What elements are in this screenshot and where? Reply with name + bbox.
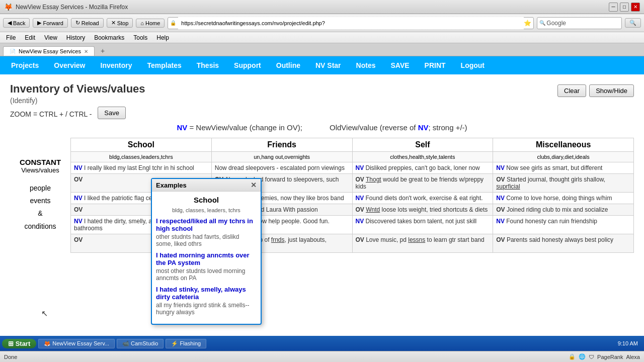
tab-close-icon[interactable]: ✕ [84,49,88,54]
firefox-icon: 🦊 [44,340,51,346]
menu-tools[interactable]: Tools [129,33,151,42]
cursor-arrow: ↖ [41,309,48,318]
back-button[interactable]: ◀ Back [3,18,30,28]
cell-self-1-ov: OV Thogt would be great to be friends w/… [352,174,493,193]
nav-menu: Projects Overview Inventory Templates Th… [0,56,644,74]
popup-close-icon[interactable]: ✕ [251,181,257,189]
examples-popup: Examples ✕ School bldg, classes, leaders… [151,178,262,325]
popup-entry-2-ov: most other studnts loved morning anncmts… [156,267,257,282]
close-button[interactable]: ✕ [631,3,640,12]
main-table-area: CONSTANT Views/values peopleevents&condi… [10,138,634,253]
views-label: Views/values [10,166,70,174]
menu-help[interactable]: Help [152,33,173,42]
popup-subheader: bldg, classes, leaders, tchrs [156,207,257,213]
nv-equation: NV = NewView/value (change in OV); OldVi… [10,123,634,132]
nav-projects[interactable]: Projects [4,58,46,72]
tab-bar: 📄 NewView Essay Services ✕ + [0,43,644,56]
page-title: Inventory of Views/values [10,82,634,96]
constant-label: CONSTANT [10,158,70,166]
table-row: NV I really liked my last Engl tchr in h… [71,162,634,174]
google-search[interactable] [569,20,619,26]
page-subtitle: (Identify) [10,97,634,105]
cell-misc-3-nv: NV Found honesty can ruin friendship [493,216,634,234]
subheader-self: clothes,health,style,talents [352,152,493,162]
home-button[interactable]: ⌂ Home [136,19,165,28]
forward-button[interactable]: ▶ Forward [33,18,67,28]
nav-print[interactable]: PRINT [418,58,453,72]
taskbar: ⊞ Start 🦊 NewView Essay Serv... 📹 CamStu… [0,336,644,351]
cell-friends-1-nv: Now dread sleepovers - escalated porn vi… [211,162,352,174]
cell-misc-1-ov: OV Started journal, thought girls shallo… [493,174,634,193]
taskbar-item-flashing[interactable]: ⚡ Flashing [166,339,206,348]
window-title: NewView Essay Services - Mozilla Firefox [16,4,609,11]
popup-entry-1-ov: other studnts had favrts, dislikd some, … [156,233,257,247]
browser-toolbar: ◀ Back ▶ Forward ↻ Reload ✕ Stop ⌂ Home … [0,14,644,32]
nav-nvstar[interactable]: NV Star [308,58,348,72]
subheader-misc: clubs,diary,diet,ideals [493,152,634,162]
search-btn[interactable]: 🔍 [625,18,641,28]
popup-entry-3-ov: all my friends ignrd stink & smells--hun… [156,302,257,316]
taskbar-time: 9:10 AM [618,340,642,346]
popup-title: Examples [156,182,187,189]
cell-misc-1-nv: NV Now see girls as smart, but different [493,162,634,174]
title-bar: 🦊 NewView Essay Services - Mozilla Firef… [0,0,644,14]
flash-icon: ⚡ [171,340,178,346]
new-tab-button[interactable]: + [97,46,109,56]
popup-entry-2-nv: I hated morning anncmts over the PA syst… [156,251,257,266]
nav-notes[interactable]: Notes [349,58,383,72]
menu-view[interactable]: View [40,33,61,42]
clear-button[interactable]: Clear [557,84,586,97]
page-content: Clear Show/Hide Inventory of Views/value… [0,74,644,351]
camstudio-icon: 📹 [122,340,129,346]
menu-edit[interactable]: Edit [21,33,39,42]
maximize-button[interactable]: □ [620,3,629,12]
col-header-school: School [71,138,212,152]
nav-save[interactable]: SAVE [383,58,416,72]
google-label: Google [546,20,566,27]
menu-bookmarks[interactable]: Bookmarks [90,33,128,42]
menu-history[interactable]: History [62,33,89,42]
taskbar-item-camstudio[interactable]: 📹 CamStudio [117,339,164,348]
nav-logout[interactable]: Logout [454,58,492,72]
start-button[interactable]: ⊞ Start [2,339,36,348]
subheader-school: bldg,classes,leaders,tchrs [71,152,212,162]
showhide-button[interactable]: Show/Hide [589,84,634,97]
popup-header: Examples ✕ [152,179,261,192]
cell-self-2-ov: OV Wntd loose lots weight, tried shortcu… [352,204,493,216]
reload-button[interactable]: ↻ Reload [71,18,104,28]
nav-outline[interactable]: Outline [269,58,307,72]
pec-label: peopleevents&conditions [10,182,70,233]
cell-misc-2-nv: NV Come to love horse, doing things w/hi… [493,193,634,204]
address-bar[interactable] [178,17,524,29]
popup-entry-3-nv: I hated stinky, smelly, always dirty caf… [156,286,257,301]
cell-misc-2-ov: OV Joined riding club to mix and sociali… [493,204,634,216]
menu-file[interactable]: File [2,33,20,42]
start-label: Start [16,340,31,347]
left-panel: CONSTANT Views/values peopleevents&condi… [10,138,70,233]
menu-bar: File Edit View History Bookmarks Tools H… [0,32,644,43]
stop-button[interactable]: ✕ Stop [107,18,133,28]
col-header-friends: Friends [211,138,352,152]
nav-support[interactable]: Support [227,58,268,72]
minimize-button[interactable]: ─ [609,3,618,12]
windows-icon: ⊞ [8,340,14,347]
nav-thesis[interactable]: Thesis [190,58,226,72]
nav-templates[interactable]: Templates [140,58,189,72]
window-controls: ─ □ ✕ [609,3,640,12]
nav-inventory[interactable]: Inventory [94,58,139,72]
popup-body: School bldg, classes, leaders, tchrs I r… [152,192,261,324]
cell-self-1-nv: NV Disliked preppies, can't go back, lon… [352,162,493,174]
col-header-self: Self [352,138,493,152]
col-header-misc: Miscellaneous [493,138,634,152]
zoom-info: ZOOM = CTRL + / CTRL - [10,110,92,118]
cell-self-2-nv: NV Found diets don't work, exercise & ea… [352,193,493,204]
nav-overview[interactable]: Overview [47,58,92,72]
save-button[interactable]: Save [98,107,126,119]
cell-self-3-ov: OV Love music, pd lessns to learn gtr st… [352,234,493,253]
cell-self-3-nv: NV Discovered takes born talent, not jus… [352,216,493,234]
cell-school-1-nv: NV I really liked my last Engl tchr in h… [71,162,212,174]
popup-col-header: School [156,196,257,204]
taskbar-item-browser[interactable]: 🦊 NewView Essay Serv... [38,339,115,348]
browser-tab[interactable]: 📄 NewView Essay Services ✕ [3,46,95,56]
popup-entry-1-nv: I respected/liked all my tchrs in high s… [156,217,257,232]
